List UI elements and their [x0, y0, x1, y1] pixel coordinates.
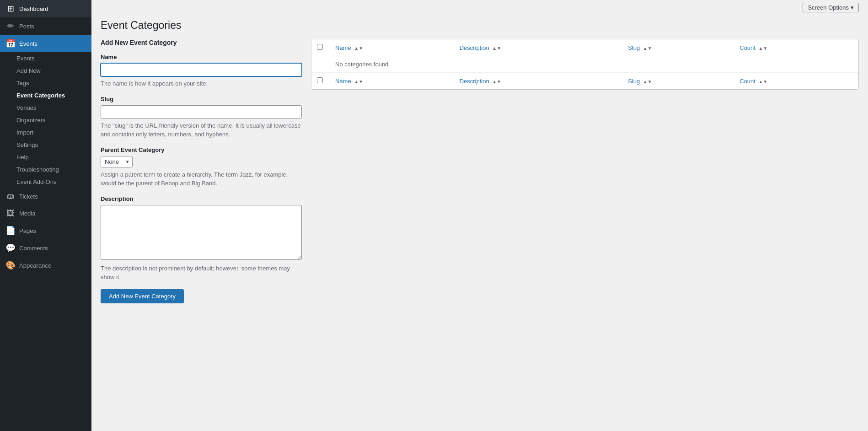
categories-table-section: Name ▲▼ Description ▲▼ Slug ▲▼ [311, 39, 859, 90]
sidebar-item-settings[interactable]: Settings [0, 139, 91, 151]
sidebar-item-media[interactable]: 🖼 Media [0, 205, 91, 222]
sidebar-item-label: Pages [19, 227, 36, 234]
col-slug-footer-label: Slug [628, 78, 640, 85]
description-input[interactable] [101, 205, 302, 260]
sidebar: ⊞ Dashboard ✏ Posts 📅 Events ◀ Events Ad… [0, 0, 91, 431]
description-sort-footer-icon: ▲▼ [492, 79, 501, 84]
sidebar-item-label: Troubleshooting [16, 166, 59, 173]
table-footer: Name ▲▼ Description ▲▼ Slug ▲▼ [311, 73, 858, 90]
sidebar-item-label: Help [16, 154, 29, 161]
submit-label: Add New Event Category [109, 293, 176, 300]
parent-select-wrapper: None ▾ [101, 156, 133, 167]
sidebar-item-events[interactable]: 📅 Events ◀ [0, 35, 91, 52]
no-data-message: No categories found. [330, 56, 858, 73]
name-field-group: Name The name is how it appears on your … [101, 54, 302, 88]
events-icon: 📅 [5, 38, 16, 48]
slug-input[interactable] [101, 105, 302, 119]
events-submenu: Events Add New Tags Event Categories Ven… [0, 52, 91, 188]
sidebar-item-label: Dashboard [19, 5, 48, 12]
sidebar-item-event-categories[interactable]: Event Categories [0, 89, 91, 102]
sidebar-item-label: Appearance [19, 262, 51, 269]
screen-options-button[interactable]: Screen Options ▾ [803, 3, 859, 12]
sidebar-item-label: Venues [16, 104, 36, 111]
table-header-name[interactable]: Name ▲▼ [330, 39, 454, 56]
sidebar-item-label: Media [19, 210, 35, 217]
table-header-description[interactable]: Description ▲▼ [454, 39, 623, 56]
sidebar-item-posts[interactable]: ✏ Posts [0, 17, 91, 35]
parent-select[interactable]: None [101, 156, 133, 167]
parent-label: Parent Event Category [101, 146, 302, 153]
sidebar-item-event-addons[interactable]: Event Add-Ons [0, 176, 91, 188]
table-header-top: Name ▲▼ Description ▲▼ Slug ▲▼ [311, 39, 858, 56]
sidebar-item-pages[interactable]: 📄 Pages [0, 222, 91, 239]
screen-options-label: Screen Options [808, 4, 849, 11]
sidebar-item-label: Tags [16, 80, 29, 86]
table-footer-count[interactable]: Count ▲▼ [734, 73, 858, 90]
table-footer-name[interactable]: Name ▲▼ [330, 73, 454, 90]
table-header-count[interactable]: Count ▲▼ [734, 39, 858, 56]
sidebar-item-events-list[interactable]: Events [0, 52, 91, 65]
name-sort-icon: ▲▼ [354, 46, 363, 51]
sidebar-item-label: Import [16, 129, 33, 136]
description-sort-icon: ▲▼ [492, 46, 501, 51]
slug-field-group: Slug The "slug" is the URL-friendly vers… [101, 96, 302, 139]
select-all-checkbox-bottom[interactable] [317, 77, 323, 83]
sidebar-item-help[interactable]: Help [0, 151, 91, 163]
sidebar-item-add-new[interactable]: Add New [0, 65, 91, 77]
categories-table: Name ▲▼ Description ▲▼ Slug ▲▼ [311, 39, 858, 89]
select-all-checkbox[interactable] [317, 44, 323, 50]
sidebar-item-label: Events [19, 40, 38, 47]
events-arrow: ◀ [82, 40, 86, 47]
screen-options-arrow-icon: ▾ [851, 4, 854, 11]
sidebar-item-tickets[interactable]: 🎟 Tickets [0, 188, 91, 205]
description-label: Description [101, 195, 302, 202]
sidebar-item-venues[interactable]: Venues [0, 102, 91, 114]
slug-label: Slug [101, 96, 302, 102]
slug-hint: The "slug" is the URL-friendly version o… [101, 121, 302, 139]
two-column-layout: Add New Event Category Name The name is … [101, 39, 859, 303]
sidebar-item-import[interactable]: Import [0, 126, 91, 139]
sidebar-item-label: Event Add-Ons [16, 178, 56, 185]
table-header-checkbox[interactable] [311, 39, 330, 56]
parent-hint: Assign a parent term to create a hierarc… [101, 170, 302, 188]
topbar: Screen Options ▾ [91, 0, 868, 15]
page-title: Event Categories [101, 19, 859, 32]
parent-field-group: Parent Event Category None ▾ Assign a pa… [101, 146, 302, 188]
count-sort-footer-icon: ▲▼ [759, 79, 768, 84]
sidebar-item-dashboard[interactable]: ⊞ Dashboard [0, 0, 91, 17]
col-count-footer-label: Count [739, 78, 755, 85]
sidebar-item-label: Posts [19, 23, 34, 30]
sidebar-item-label: Add New [16, 67, 41, 74]
table-row-no-data: No categories found. [311, 56, 858, 73]
col-count-label: Count [739, 44, 755, 51]
name-label: Name [101, 54, 302, 60]
name-sort-footer-icon: ▲▼ [354, 79, 363, 84]
form-title: Add New Event Category [101, 39, 302, 46]
no-data-checkbox-cell [311, 56, 330, 73]
sidebar-item-label: Settings [16, 141, 38, 148]
pages-icon: 📄 [5, 226, 16, 236]
sidebar-item-troubleshooting[interactable]: Troubleshooting [0, 163, 91, 176]
table-footer-checkbox[interactable] [311, 73, 330, 90]
sidebar-item-appearance[interactable]: 🎨 Appearance [0, 257, 91, 274]
name-input[interactable] [101, 63, 302, 76]
table-footer-slug[interactable]: Slug ▲▼ [622, 73, 734, 90]
add-category-form: Add New Event Category Name The name is … [101, 39, 302, 303]
main-content: Screen Options ▾ Event Categories Add Ne… [91, 0, 868, 431]
content-area: Event Categories Add New Event Category … [91, 15, 868, 312]
sidebar-item-label: Tickets [19, 193, 38, 200]
sidebar-item-label: Events [16, 55, 35, 62]
table-header-slug[interactable]: Slug ▲▼ [622, 39, 734, 56]
table-footer-description[interactable]: Description ▲▼ [454, 73, 623, 90]
col-description-footer-label: Description [460, 78, 489, 85]
slug-sort-icon: ▲▼ [643, 46, 652, 51]
sidebar-item-tags[interactable]: Tags [0, 77, 91, 89]
description-field-group: Description The description is not promi… [101, 195, 302, 282]
count-sort-icon: ▲▼ [759, 46, 768, 51]
col-name-label: Name [335, 44, 351, 51]
sidebar-item-organizers[interactable]: Organizers [0, 114, 91, 126]
sidebar-item-label: Event Categories [16, 92, 65, 99]
add-category-button[interactable]: Add New Event Category [101, 289, 184, 303]
sidebar-item-comments[interactable]: 💬 Comments [0, 239, 91, 257]
col-name-footer-label: Name [335, 78, 351, 85]
